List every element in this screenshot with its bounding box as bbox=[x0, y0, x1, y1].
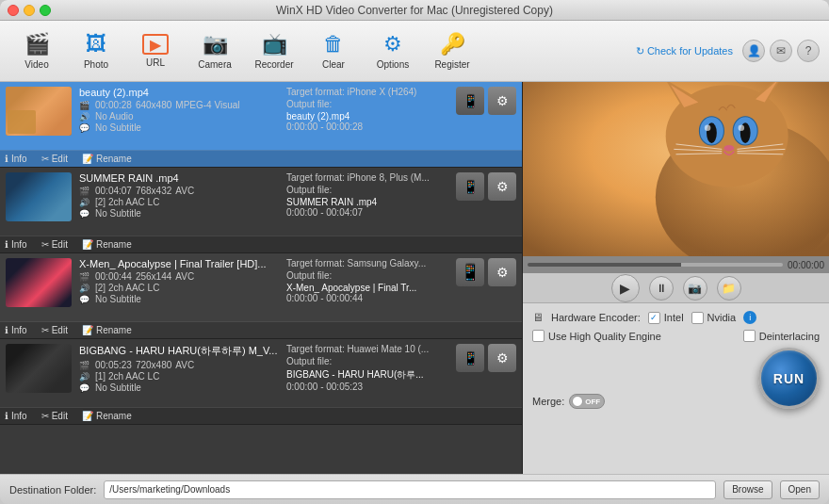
high-quality-checkbox[interactable] bbox=[532, 330, 545, 342]
gear-icon-1[interactable]: ⚙ bbox=[488, 87, 516, 115]
info-btn-2[interactable]: ℹ Info bbox=[5, 239, 27, 250]
file-item-2[interactable]: SUMMER RAIN .mp4 🎬 00:04:07 768x432 AVC … bbox=[0, 168, 522, 253]
rename-btn-2[interactable]: 📝 Rename bbox=[82, 239, 132, 250]
info-btn-4[interactable]: ℹ Info bbox=[5, 411, 27, 421]
edit-btn-2[interactable]: ✂ Edit bbox=[41, 239, 68, 250]
file-meta-duration-1: 🎬 00:00:28 640x480 MPEG-4 Visual bbox=[79, 100, 286, 110]
url-icon: ▶ bbox=[142, 34, 169, 55]
nvidia-checkbox-item[interactable]: Nvidia bbox=[691, 312, 737, 324]
preview-slider-bar: 00:00:00 bbox=[523, 256, 829, 273]
toolbar-photo[interactable]: 🖼 Photo bbox=[69, 25, 123, 77]
gear-icon-4[interactable]: ⚙ bbox=[488, 344, 516, 372]
edit-btn-3[interactable]: ✂ Edit bbox=[41, 325, 68, 335]
file-name-3: X-Men_ Apocalypse | Final Trailer [HD]..… bbox=[79, 258, 286, 269]
deinterlacing-checkbox-item[interactable]: Deinterlacing bbox=[743, 330, 820, 342]
browse-button[interactable]: Browse bbox=[723, 480, 772, 499]
high-quality-checkbox-item[interactable]: Use High Quality Engine bbox=[532, 330, 661, 342]
rename-btn-3[interactable]: 📝 Rename bbox=[82, 325, 132, 335]
close-button[interactable] bbox=[8, 5, 19, 16]
user-icon[interactable]: 👤 bbox=[742, 40, 765, 62]
check-updates-link[interactable]: ↻ Check for Updates bbox=[636, 45, 733, 57]
file-thumb-1 bbox=[6, 87, 72, 136]
phone-icon-2[interactable]: 📱 bbox=[456, 172, 484, 201]
deinterlacing-checkbox[interactable] bbox=[743, 330, 756, 342]
register-icon: 🔑 bbox=[440, 32, 465, 57]
toolbar-register[interactable]: 🔑 Register bbox=[425, 25, 480, 77]
file-name-2: SUMMER RAIN .mp4 bbox=[79, 172, 286, 184]
open-button[interactable]: Open bbox=[780, 480, 820, 499]
bottom-bar: Destination Folder: Browse Open bbox=[0, 474, 829, 504]
title-bar: WinX HD Video Converter for Mac (Unregis… bbox=[0, 0, 829, 21]
file-item-1[interactable]: beauty (2).mp4 🎬 00:00:28 640x480 MPEG-4… bbox=[0, 82, 522, 168]
hardware-icon: 🖥 bbox=[532, 311, 544, 324]
gear-icon-3[interactable]: ⚙ bbox=[488, 258, 516, 286]
gear-icon-2[interactable]: ⚙ bbox=[488, 172, 516, 201]
clear-icon: 🗑 bbox=[323, 32, 344, 57]
nvidia-checkbox[interactable] bbox=[691, 312, 704, 324]
file-thumb-3 bbox=[6, 258, 72, 307]
toolbar-icons-right: 👤 ✉ ? bbox=[742, 40, 820, 62]
run-button-label: RUN bbox=[773, 371, 805, 386]
preview-controls: ▶ ⏸ 📷 📁 bbox=[523, 273, 829, 303]
info-btn-1[interactable]: ℹ Info bbox=[5, 154, 27, 164]
hardware-encoder-row: 🖥 Hardware Encoder: Intel Nvidia i bbox=[532, 311, 820, 324]
nvidia-info-icon[interactable]: i bbox=[743, 311, 756, 324]
options-label: Options bbox=[377, 59, 409, 70]
register-label: Register bbox=[434, 59, 469, 70]
preview-time: 00:00:00 bbox=[788, 260, 824, 270]
refresh-icon: ↻ bbox=[636, 45, 644, 57]
intel-checkbox[interactable] bbox=[648, 312, 660, 324]
file-meta-sub-1: 💬 No Subtitle bbox=[79, 122, 286, 133]
file-actions-2: 📱 ⚙ bbox=[456, 172, 516, 201]
screenshot-button[interactable]: 📷 bbox=[683, 276, 707, 301]
folder-button[interactable]: 📁 bbox=[717, 276, 741, 301]
maximize-button[interactable] bbox=[40, 5, 51, 16]
target-format-3: Target format: Samsung Galaxy... bbox=[286, 258, 451, 268]
intel-label: Intel bbox=[664, 312, 684, 323]
toolbar-url[interactable]: ▶ URL bbox=[128, 25, 183, 77]
intel-checkbox-item[interactable]: Intel bbox=[648, 312, 684, 324]
svg-point-15 bbox=[723, 145, 734, 152]
file-item-4[interactable]: BIGBANG - HARU HARU(하루하루) M_V... 🎬 00:05… bbox=[0, 339, 522, 425]
help-icon[interactable]: ? bbox=[797, 40, 820, 62]
merge-label: Merge: bbox=[532, 396, 564, 407]
main-layout: beauty (2).mp4 🎬 00:00:28 640x480 MPEG-4… bbox=[0, 82, 829, 474]
nvidia-label: Nvidia bbox=[707, 312, 737, 323]
toolbar-camera[interactable]: 📷 Camera bbox=[187, 25, 242, 77]
edit-btn-1[interactable]: ✂ Edit bbox=[41, 154, 68, 164]
run-button[interactable]: RUN bbox=[758, 348, 820, 409]
phone-icon-1[interactable]: 📱 bbox=[456, 87, 484, 115]
merge-toggle[interactable]: OFF bbox=[569, 394, 605, 409]
toolbar-clear[interactable]: 🗑 Clear bbox=[306, 25, 361, 77]
minimize-button[interactable] bbox=[24, 5, 35, 16]
toggle-state: OFF bbox=[585, 398, 600, 406]
recorder-label: Recorder bbox=[254, 59, 293, 70]
destination-label: Destination Folder: bbox=[9, 484, 96, 496]
toolbar-options[interactable]: ⚙ Options bbox=[366, 25, 420, 77]
toolbar-recorder[interactable]: 📺 Recorder bbox=[247, 25, 301, 77]
deinterlacing-label: Deinterlacing bbox=[759, 331, 820, 342]
play-button[interactable]: ▶ bbox=[611, 274, 640, 302]
file-item-3[interactable]: X-Men_ Apocalypse | Final Trailer [HD]..… bbox=[0, 253, 522, 339]
info-btn-3[interactable]: ℹ Info bbox=[5, 325, 27, 335]
recorder-icon: 📺 bbox=[262, 32, 287, 57]
clear-label: Clear bbox=[322, 59, 345, 70]
rename-btn-1[interactable]: 📝 Rename bbox=[82, 154, 132, 164]
rename-btn-4[interactable]: 📝 Rename bbox=[82, 411, 132, 421]
file-thumb-2 bbox=[6, 172, 72, 221]
destination-input[interactable] bbox=[104, 480, 716, 499]
edit-btn-4[interactable]: ✂ Edit bbox=[41, 411, 68, 421]
pause-button[interactable]: ⏸ bbox=[649, 276, 674, 301]
quality-row: Use High Quality Engine Deinterlacing bbox=[532, 330, 820, 342]
window-title: WinX HD Video Converter for Mac (Unregis… bbox=[276, 4, 553, 17]
file-actions-4: 📱 ⚙ bbox=[456, 344, 516, 372]
phone-icon-3[interactable]: 📱 bbox=[456, 258, 484, 286]
phone-icon-4[interactable]: 📱 bbox=[456, 344, 484, 372]
time-range-1: 0:00:00 - 00:00:28 bbox=[286, 122, 451, 132]
camera-label: Camera bbox=[198, 59, 232, 70]
right-panel: 00:00:00 ▶ ⏸ 📷 📁 🖥 Hardware Encoder: Int… bbox=[523, 82, 829, 474]
mail-icon[interactable]: ✉ bbox=[770, 40, 792, 62]
preview-slider[interactable] bbox=[528, 263, 783, 267]
check-updates-label: Check for Updates bbox=[647, 45, 733, 57]
toolbar-video[interactable]: 🎬 Video bbox=[9, 25, 64, 77]
